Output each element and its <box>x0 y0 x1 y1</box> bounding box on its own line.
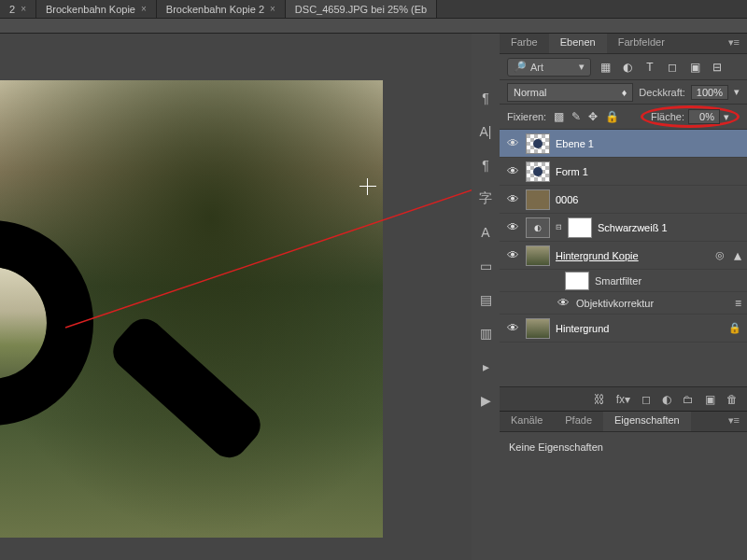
smartfilter-label: Smartfilter <box>595 275 641 287</box>
opacity-value[interactable]: 100% <box>691 85 728 100</box>
search-icon: 🔎 <box>514 61 527 73</box>
fill-value[interactable]: 0% <box>688 109 720 124</box>
layer-name[interactable]: 0006 <box>556 194 578 205</box>
filter-type-icon[interactable]: T <box>641 59 658 76</box>
layer-row[interactable]: 👁 0006 <box>500 186 747 214</box>
smart-filter-item[interactable]: 👁 Objektivkorrektur ≡ <box>500 292 747 315</box>
filter-options-icon[interactable]: ≡ <box>735 297 741 310</box>
tab-label: 2 <box>9 4 15 15</box>
layer-thumb[interactable] <box>526 189 550 210</box>
delete-layer-icon[interactable]: 🗑 <box>726 393 738 406</box>
add-mask-icon[interactable]: ◻ <box>641 393 651 406</box>
visibility-icon[interactable]: 👁 <box>505 248 520 262</box>
collapsed-panel-strip: ¶ A| ¶ 字 A ▭ ▤ ▥ ▸ ▶ <box>472 34 500 560</box>
close-icon[interactable]: × <box>141 4 147 14</box>
tab-label: Brockenbahn Kopie 2 <box>166 4 264 15</box>
layer-thumb[interactable] <box>526 133 550 154</box>
lock-label: Fixieren: <box>507 111 546 122</box>
canvas-area[interactable] <box>0 34 472 560</box>
smart-filters-header[interactable]: Smartfilter <box>500 270 747 292</box>
adjustment-icon[interactable]: ◐ <box>526 217 550 238</box>
notes-icon[interactable]: ▭ <box>477 258 494 274</box>
layers-icon[interactable]: ▤ <box>477 291 494 308</box>
filter-smart-icon[interactable]: ▣ <box>686 59 703 76</box>
layer-row[interactable]: 👁 Hintergrund 🔒 <box>500 315 747 343</box>
expand-icon[interactable]: ▴ <box>734 246 741 264</box>
character-panel-icon[interactable]: A| <box>477 123 494 140</box>
panel-menu-icon[interactable]: ▾≡ <box>721 412 747 431</box>
play-icon[interactable]: ▶ <box>477 392 494 409</box>
layer-row[interactable]: 👁 Form 1 <box>500 158 747 186</box>
filter-mask-thumb[interactable] <box>565 272 589 290</box>
layer-filter-bar: 🔎Art▾ ▦ ◐ T ◻ ▣ ⊟ <box>500 54 747 80</box>
tab-kanaele[interactable]: Kanäle <box>500 412 554 431</box>
layer-row[interactable]: 👁 ◐ ⊟ Schwarzweiß 1 <box>500 214 747 242</box>
visibility-icon[interactable]: 👁 <box>505 136 520 150</box>
layer-name[interactable]: Hintergrund Kopie <box>556 250 639 261</box>
visibility-icon[interactable]: 👁 <box>505 192 520 206</box>
mask-thumb[interactable] <box>568 217 592 238</box>
filter-pixel-icon[interactable]: ▦ <box>597 59 613 76</box>
layer-row[interactable]: 👁 Ebene 1 <box>500 130 747 158</box>
panel-menu-icon[interactable]: ▾≡ <box>721 34 747 53</box>
layer-thumb[interactable] <box>526 318 550 339</box>
visibility-icon[interactable]: 👁 <box>505 164 520 178</box>
fill-chevron-icon[interactable]: ▾ <box>724 111 729 123</box>
tab-label: Brockenbahn Kopie <box>46 4 135 15</box>
crosshair-cursor-icon <box>359 178 376 195</box>
doc-tab[interactable]: 2× <box>0 0 36 18</box>
visibility-icon[interactable]: 👁 <box>505 321 520 335</box>
doc-tab[interactable]: Brockenbahn Kopie 2× <box>157 0 286 18</box>
glyphs-icon[interactable]: 字 <box>477 190 494 207</box>
doc-tab[interactable]: Brockenbahn Kopie× <box>36 0 157 18</box>
comp-icon[interactable]: ▥ <box>477 325 494 342</box>
new-adjustment-icon[interactable]: ◐ <box>662 393 671 406</box>
paragraph2-icon[interactable]: ¶ <box>477 157 494 174</box>
lock-all-icon[interactable]: 🔒 <box>605 110 619 123</box>
tab-pfade[interactable]: Pfade <box>554 412 603 431</box>
layer-name[interactable]: Hintergrund <box>556 323 609 334</box>
lock-transparency-icon[interactable]: ▩ <box>554 110 564 123</box>
close-icon[interactable]: × <box>21 4 26 14</box>
new-layer-icon[interactable]: ▣ <box>705 393 715 406</box>
styles-icon[interactable]: A <box>477 224 494 241</box>
visibility-icon[interactable]: 👁 <box>505 220 520 234</box>
blend-row: Normal♦ Deckkraft: 100% ▾ <box>500 80 747 105</box>
layer-thumb[interactable] <box>526 161 550 182</box>
doc-tab-active[interactable]: DSC_4659.JPG bei 25% (Eb <box>286 0 437 18</box>
paragraph-panel-icon[interactable]: ¶ <box>477 90 494 106</box>
layer-row[interactable]: 👁 Hintergrund Kopie ◎ ▴ <box>500 242 747 270</box>
layer-thumb[interactable] <box>526 245 550 266</box>
new-group-icon[interactable]: 🗀 <box>683 393 694 406</box>
lock-pixels-icon[interactable]: ✎ <box>571 110 581 123</box>
fill-label: Fläche: <box>651 111 684 122</box>
visibility-icon[interactable]: 👁 <box>556 296 571 310</box>
layer-name[interactable]: Form 1 <box>556 166 588 177</box>
blend-mode-select[interactable]: Normal♦ <box>507 83 633 102</box>
layer-name[interactable]: Ebene 1 <box>556 138 594 149</box>
link-layers-icon[interactable]: ⛓ <box>594 393 605 406</box>
tab-farbe[interactable]: Farbe <box>500 34 549 53</box>
filter-shape-icon[interactable]: ◻ <box>664 59 681 76</box>
mask-link-icon[interactable]: ⊟ <box>556 223 562 231</box>
fill-highlight: Fläche: 0% ▾ <box>641 105 740 128</box>
layers-list: 👁 Ebene 1 👁 Form 1 👁 0006 👁 ◐ ⊟ Schwarzw… <box>500 129 747 386</box>
filter-toggle-icon[interactable]: ⊟ <box>709 59 726 76</box>
tab-ebenen[interactable]: Ebenen <box>549 34 607 53</box>
actions-icon[interactable]: ▸ <box>477 358 494 375</box>
ruler <box>0 19 747 34</box>
smart-object-icon: ◎ <box>715 249 725 261</box>
layers-bottom-bar: ⛓ fx▾ ◻ ◐ 🗀 ▣ 🗑 <box>500 386 747 411</box>
layer-name[interactable]: Schwarzweiß 1 <box>598 222 668 233</box>
filter-label: Art <box>530 62 543 73</box>
opacity-chevron-icon[interactable]: ▾ <box>734 86 740 98</box>
filter-type-select[interactable]: 🔎Art▾ <box>507 58 591 77</box>
filter-adjust-icon[interactable]: ◐ <box>619 59 636 76</box>
layer-fx-icon[interactable]: fx▾ <box>616 393 630 406</box>
lock-position-icon[interactable]: ✥ <box>588 110 598 123</box>
lower-panel-tabs: Kanäle Pfade Eigenschaften ▾≡ <box>500 412 747 432</box>
tab-farbfelder[interactable]: Farbfelder <box>607 34 676 53</box>
close-icon[interactable]: × <box>270 4 275 14</box>
tab-eigenschaften[interactable]: Eigenschaften <box>603 412 691 431</box>
lock-row: Fixieren: ▩ ✎ ✥ 🔒 Fläche: 0% ▾ <box>500 105 747 129</box>
